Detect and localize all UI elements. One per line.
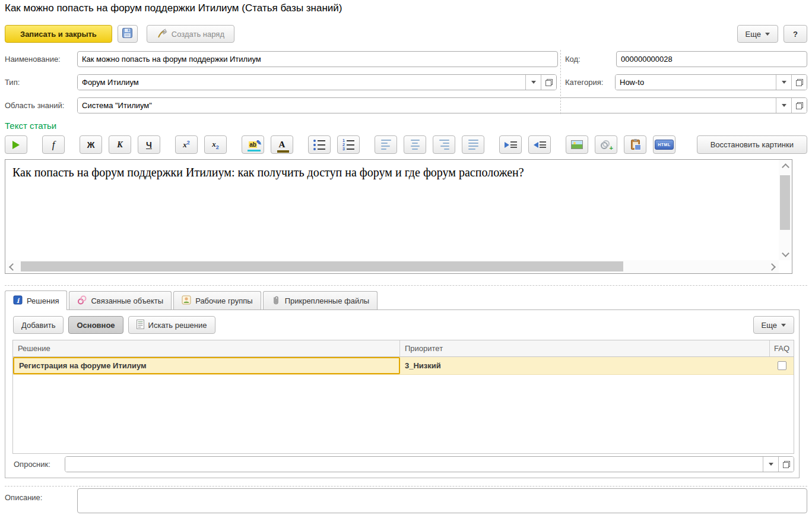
separator bbox=[5, 285, 807, 286]
bulleted-list-icon bbox=[313, 140, 325, 150]
category-open-button[interactable] bbox=[791, 75, 807, 90]
knowledge-area-open-button[interactable] bbox=[791, 98, 807, 113]
scroll-down-button[interactable] bbox=[779, 247, 792, 259]
scroll-right-button[interactable] bbox=[766, 260, 778, 273]
align-center-button[interactable] bbox=[404, 135, 426, 154]
align-justify-button[interactable] bbox=[462, 135, 484, 154]
save-button[interactable] bbox=[118, 25, 138, 43]
type-dropdown-button[interactable] bbox=[525, 75, 541, 90]
tab-workgroups[interactable]: Рабочие группы bbox=[173, 291, 261, 309]
type-open-button[interactable] bbox=[541, 75, 556, 90]
solutions-panel: Добавить Основное Искать решение Еще Реш… bbox=[5, 309, 800, 478]
indent-button[interactable] bbox=[499, 135, 522, 154]
underline-button[interactable]: Ч bbox=[138, 135, 160, 154]
insert-image-button[interactable] bbox=[566, 135, 588, 154]
knowledge-area-combo bbox=[77, 97, 807, 113]
linked-rings-icon bbox=[77, 295, 87, 307]
add-button[interactable]: Добавить bbox=[13, 316, 64, 334]
restore-images-button[interactable]: Восстановить картинки bbox=[697, 135, 807, 154]
tab-linked-objects[interactable]: Связанные объекты bbox=[69, 291, 172, 309]
superscript-button[interactable]: x2 bbox=[175, 135, 198, 154]
chevron-down-icon bbox=[782, 249, 789, 257]
align-left-icon bbox=[381, 140, 391, 150]
code-label: Код: bbox=[565, 55, 616, 64]
subscript-icon: x2 bbox=[212, 140, 219, 150]
play-icon bbox=[12, 141, 20, 149]
more-button[interactable]: Еще bbox=[737, 25, 778, 43]
table-row[interactable]: Регистрация на форуме Итилиум 3_Низкий bbox=[13, 357, 794, 375]
knowledge-area-input[interactable] bbox=[78, 98, 776, 113]
name-input[interactable] bbox=[77, 51, 558, 67]
save-and-close-button[interactable]: Записать и закрыть bbox=[5, 25, 112, 43]
type-combo bbox=[77, 74, 557, 90]
knowledge-area-field-row: Область знаний: bbox=[5, 97, 807, 113]
insert-link-button[interactable]: + bbox=[595, 135, 617, 154]
main-button[interactable]: Основное bbox=[68, 316, 123, 334]
faq-checkbox[interactable] bbox=[778, 361, 786, 370]
questionnaire-row: Опросник: bbox=[12, 456, 794, 472]
code-input[interactable] bbox=[616, 51, 807, 67]
indent-icon bbox=[505, 141, 517, 148]
html-mode-button[interactable]: HTML bbox=[653, 135, 675, 154]
column-header-solution[interactable]: Решение bbox=[13, 340, 400, 356]
article-editor[interactable]: Как попасть на форум поддержки Итилиум: … bbox=[5, 159, 792, 274]
align-right-button[interactable] bbox=[433, 135, 455, 154]
outdent-icon bbox=[534, 141, 546, 148]
numbered-list-button[interactable]: 1 2 3 bbox=[337, 135, 360, 154]
paste-button[interactable] bbox=[624, 135, 646, 154]
open-link-icon bbox=[783, 461, 790, 468]
description-textarea[interactable] bbox=[77, 488, 807, 513]
scroll-up-button[interactable] bbox=[779, 161, 792, 173]
category-field-row: Категория: bbox=[565, 74, 807, 90]
superscript-icon: x2 bbox=[183, 140, 190, 150]
create-order-button[interactable]: Создать наряд bbox=[147, 25, 234, 43]
align-left-button[interactable] bbox=[375, 135, 397, 154]
highlight-color-button[interactable]: ab✎ bbox=[242, 135, 264, 154]
preview-button[interactable] bbox=[5, 135, 27, 154]
knowledge-area-label: Область знаний: bbox=[5, 101, 77, 110]
open-link-icon bbox=[796, 79, 803, 86]
questionnaire-open-button[interactable] bbox=[778, 457, 794, 472]
font-color-button[interactable]: A bbox=[271, 135, 293, 154]
scroll-left-button[interactable] bbox=[7, 260, 18, 273]
category-combo bbox=[615, 74, 807, 90]
italic-icon: К bbox=[117, 140, 123, 150]
column-header-faq[interactable]: FAQ bbox=[770, 340, 794, 356]
chevron-up-icon bbox=[782, 163, 789, 171]
category-dropdown-button[interactable] bbox=[776, 75, 791, 90]
search-solution-button[interactable]: Искать решение bbox=[128, 316, 215, 334]
column-header-priority[interactable]: Приоритет bbox=[400, 340, 770, 356]
code-field-row: Код: bbox=[565, 51, 807, 67]
questionnaire-input[interactable] bbox=[65, 457, 763, 472]
subscript-button[interactable]: x2 bbox=[204, 135, 227, 154]
knowledge-area-dropdown-button[interactable] bbox=[776, 98, 791, 113]
open-link-icon bbox=[545, 79, 553, 86]
solutions-more-button[interactable]: Еще bbox=[753, 316, 794, 334]
info-icon: i bbox=[13, 295, 23, 307]
solution-cell[interactable]: Регистрация на форуме Итилиум bbox=[13, 357, 400, 374]
horizontal-scrollbar-thumb[interactable] bbox=[21, 261, 623, 271]
link-add-icon: + bbox=[600, 140, 612, 150]
tab-attached-files[interactable]: Прикрепленные файлы bbox=[263, 291, 378, 309]
bulleted-list-button[interactable] bbox=[308, 135, 331, 154]
help-button[interactable]: ? bbox=[784, 25, 807, 43]
chevron-down-icon bbox=[531, 81, 536, 84]
bold-button[interactable]: Ж bbox=[80, 135, 102, 154]
type-input[interactable] bbox=[78, 75, 525, 90]
questionnaire-dropdown-button[interactable] bbox=[763, 457, 778, 472]
horizontal-scrollbar[interactable] bbox=[5, 260, 779, 273]
table-header: Решение Приоритет FAQ bbox=[13, 340, 794, 357]
vertical-scrollbar-thumb[interactable] bbox=[780, 175, 790, 230]
tab-solutions[interactable]: i Решения bbox=[5, 290, 67, 310]
category-input[interactable] bbox=[616, 75, 776, 90]
article-text[interactable]: Как попасть на форум поддержки Итилиум: … bbox=[5, 160, 779, 260]
outdent-button[interactable] bbox=[528, 135, 551, 154]
tab-label: Прикрепленные файлы bbox=[285, 296, 370, 305]
underline-icon: Ч bbox=[146, 140, 152, 150]
vertical-scrollbar[interactable] bbox=[779, 160, 792, 260]
category-label: Категория: bbox=[565, 78, 615, 87]
formula-button[interactable]: f bbox=[42, 135, 65, 154]
italic-button[interactable]: К bbox=[109, 135, 131, 154]
description-label: Описание: bbox=[5, 493, 42, 502]
priority-cell[interactable]: 3_Низкий bbox=[400, 357, 770, 374]
